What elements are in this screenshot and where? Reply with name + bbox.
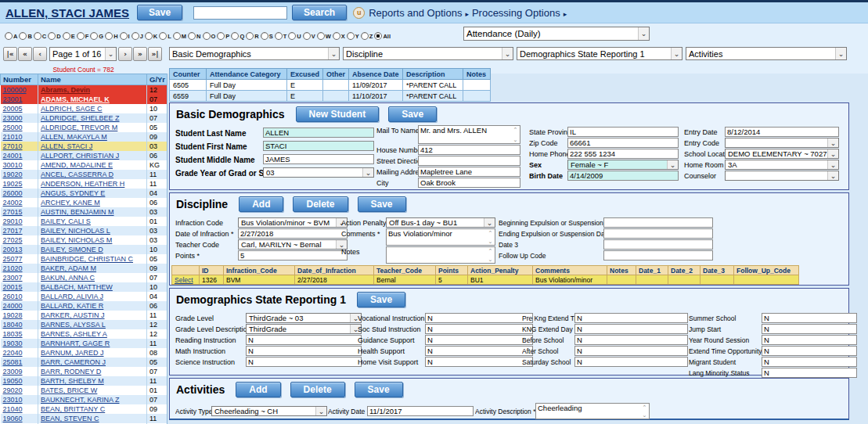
view-select[interactable]: Attendance (Daily) ⌄	[463, 27, 650, 41]
fast-prev-button[interactable]: «	[18, 47, 32, 61]
student-number-link[interactable]: 23000	[3, 114, 23, 122]
radio-z[interactable]: Z	[361, 32, 373, 40]
student-name-link[interactable]: BAKER, ADAM M	[41, 264, 96, 272]
student-number-link[interactable]: 19025	[3, 180, 23, 188]
soc-stud-instruction-input[interactable]: N	[425, 324, 533, 334]
student-number-link[interactable]: 23007	[3, 274, 23, 282]
mailing-address-input[interactable]: Mapletree Lane	[418, 167, 520, 177]
year-round-session-input[interactable]: N	[762, 335, 857, 345]
student-number-link[interactable]: 30010	[3, 161, 23, 169]
activity-type-select[interactable]: Cheerleading ~ CH⌄	[211, 406, 327, 416]
student-name-link[interactable]: BALLARD, KATIE R	[41, 302, 103, 310]
radio-h[interactable]: H	[105, 32, 117, 40]
student-number-link[interactable]: 100000	[3, 86, 27, 94]
section-view-select-4[interactable]: Activities⌄	[686, 47, 847, 60]
student-number-link[interactable]: 27015	[3, 208, 23, 216]
mail-to-name-textarea[interactable]: Mr. and Mrs. ALLEN⌃⌄	[418, 125, 520, 144]
teacher-code-select[interactable]: Carl, MARILYN ~ Bernal⌄	[238, 239, 348, 250]
save-button[interactable]: Save	[137, 5, 182, 20]
student-name-link[interactable]: AUSTIN, BENJAMIN M	[41, 208, 114, 216]
grade-level-description-select[interactable]: ThirdGrade⌄	[246, 324, 362, 334]
pre-kng-extend-time-input[interactable]: N	[574, 313, 688, 323]
save-button[interactable]: Save	[358, 196, 406, 212]
science-instruction-input[interactable]: N	[246, 357, 362, 367]
counselor-select[interactable]: ⌄	[725, 171, 839, 181]
radio-u[interactable]: U	[288, 32, 301, 40]
radio-m[interactable]: M	[173, 32, 186, 40]
student-number-link[interactable]: 19020	[3, 171, 23, 178]
student-number-link[interactable]: 19028	[3, 311, 23, 319]
state-province-input[interactable]: IL	[567, 127, 679, 137]
student-number-link[interactable]: 21020	[3, 264, 23, 272]
student-name-link[interactable]: ADAMS, MICHAEL K	[41, 95, 110, 103]
notes-textarea[interactable]: ⌃⌄	[386, 246, 495, 264]
radio-t[interactable]: T	[275, 32, 287, 40]
student-name-link[interactable]: BARKER, AUSTIN J	[41, 311, 105, 319]
next-page-button[interactable]: ›	[118, 47, 132, 61]
student-name-link[interactable]: BARR, RODNEY D	[41, 368, 101, 375]
grade-year-of-grad-or-setting-select[interactable]: 03⌄	[263, 167, 374, 178]
student-number-link[interactable]: 19030	[3, 340, 23, 347]
student-number-link[interactable]: 18035	[3, 330, 23, 338]
action-penalty-select[interactable]: Off Bus-1 day ~ BU1⌄	[386, 217, 495, 228]
before-school-input[interactable]: N	[574, 335, 688, 345]
ending-expulsion-or-suspension-date-input[interactable]	[603, 228, 713, 239]
new-student-button[interactable]: New Student	[296, 106, 380, 122]
radio-f[interactable]: F	[77, 32, 89, 40]
student-name-link[interactable]: ALDRIDGE, TREVOR M	[41, 124, 117, 131]
student-number-link[interactable]: 19050	[3, 377, 23, 385]
student-number-link[interactable]: 26000	[3, 189, 23, 197]
activity-date-input[interactable]: 11/1/2017	[367, 406, 474, 416]
radio-d[interactable]: D	[48, 32, 60, 40]
student-name-link[interactable]: BAILEY, NICHOLAS M	[41, 236, 112, 244]
radio-c[interactable]: C	[34, 32, 46, 40]
reports-and-options-menu[interactable]: Reports and Options▸	[369, 7, 469, 19]
jump-start-input[interactable]: N	[762, 324, 857, 334]
student-number-link[interactable]: 26010	[3, 293, 23, 300]
student-name-link[interactable]: BARNES, ASHLEY A	[41, 330, 107, 338]
page-select[interactable]: Page 1 of 16⌄	[49, 47, 117, 61]
reading-instruction-input[interactable]: N	[246, 335, 362, 345]
student-number-link[interactable]: 24002	[3, 199, 23, 207]
student-number-link[interactable]: 25000	[3, 124, 23, 131]
home-room-select[interactable]: 3A⌄	[725, 160, 839, 170]
student-number-link[interactable]: 24001	[3, 152, 23, 160]
comments-textarea[interactable]: Bus Violation/minor⌃⌄	[386, 228, 495, 246]
extend-time-opportunity-input[interactable]: N	[762, 346, 857, 356]
student-name-link[interactable]: ANGUS, SYDNEY E	[41, 189, 105, 197]
vocational-instruction-input[interactable]: N	[425, 313, 533, 323]
student-number-link[interactable]: 29020	[3, 386, 23, 394]
student-number-link[interactable]: 19060	[3, 415, 23, 422]
radio-p[interactable]: P	[217, 32, 229, 40]
student-name-link[interactable]: ALLPORT, CHRISTIAN J	[41, 152, 119, 160]
home-visit-support-input[interactable]: N	[425, 357, 533, 367]
radio-v[interactable]: V	[303, 32, 315, 40]
kng-extend-day-input[interactable]: N	[574, 324, 688, 334]
add-button[interactable]: Add	[236, 382, 280, 397]
points-input[interactable]: 5	[238, 250, 348, 261]
student-number-link[interactable]: 25081	[3, 358, 23, 366]
radio-o[interactable]: O	[203, 32, 216, 40]
save-button[interactable]: Save	[355, 382, 403, 397]
save-button[interactable]: Save	[388, 106, 437, 122]
radio-k[interactable]: K	[145, 32, 157, 40]
student-name-link[interactable]: BARNES, ALYSSA L	[41, 321, 106, 329]
student-number-link[interactable]: 20005	[3, 105, 23, 113]
radio-w[interactable]: W	[317, 32, 331, 40]
fast-next-button[interactable]: »	[133, 47, 147, 61]
last-page-button[interactable]: »|	[148, 47, 162, 61]
student-name-link[interactable]: AMEND, MADALINE E	[41, 161, 113, 169]
save-button[interactable]: Save	[357, 292, 405, 307]
grade-level-select[interactable]: ThirdGrade ~ 03⌄	[246, 313, 362, 323]
processing-options-menu[interactable]: Processing Options▸	[472, 7, 567, 19]
student-first-name-input[interactable]: STACI	[263, 141, 374, 151]
student-name-link[interactable]: BARR, CAMERON J	[41, 358, 106, 366]
radio-q[interactable]: Q	[231, 32, 244, 40]
student-name-link[interactable]: BAILEY, CALI S	[41, 217, 91, 225]
radio-s[interactable]: S	[261, 32, 273, 40]
entry-code-select[interactable]: ⌄	[725, 138, 839, 148]
entry-date-input[interactable]: 8/12/2014	[725, 127, 839, 137]
student-name-link[interactable]: ANDERSON, HEATHER H	[41, 180, 124, 188]
radio-j[interactable]: J	[131, 32, 143, 40]
city-input[interactable]: Oak Brook	[418, 178, 520, 188]
